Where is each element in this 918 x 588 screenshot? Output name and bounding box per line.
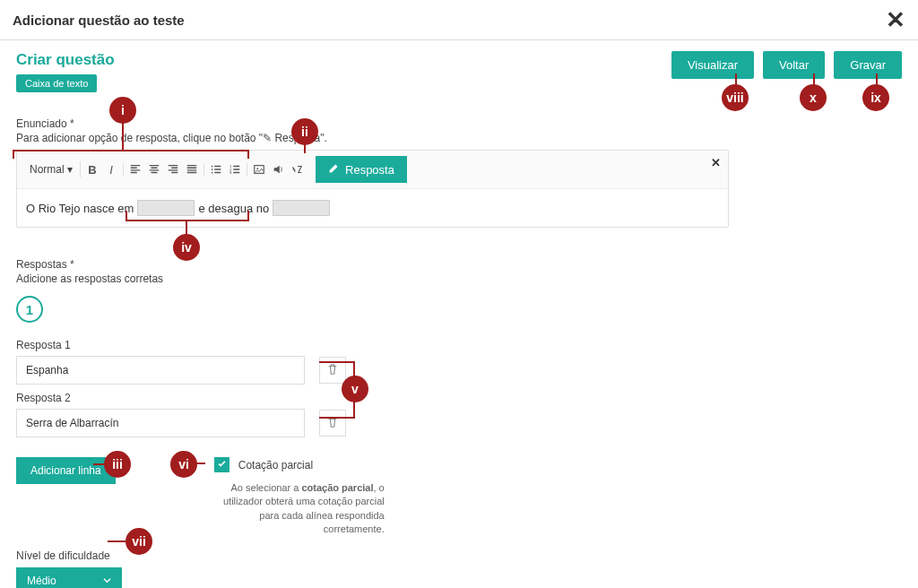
answers-label: Respostas *	[16, 258, 902, 271]
callout-ii: ii	[291, 118, 318, 145]
format-select[interactable]: Normal ▾	[28, 161, 74, 177]
italic-icon[interactable]: I	[105, 163, 117, 176]
partial-desc-bold: cotação parcial	[301, 482, 373, 493]
partial-desc: Ao selecionar a cotação parcial, o utili…	[214, 481, 385, 537]
partial-desc-pre: Ao selecionar a	[231, 482, 302, 493]
align-left-icon[interactable]	[129, 163, 142, 176]
bullet-list-icon[interactable]	[210, 163, 222, 176]
resposta-button-label: Resposta	[345, 163, 394, 177]
create-block: Criar questão Caixa de texto	[16, 51, 115, 92]
callout-x: x	[800, 84, 827, 111]
svg-point-2	[212, 172, 213, 174]
tb-format-group: Normal ▾	[22, 161, 81, 177]
align-justify-icon[interactable]	[186, 163, 198, 176]
math-icon[interactable]	[290, 163, 303, 176]
answer-number-badge: 1	[16, 296, 43, 323]
answer-1-row	[16, 356, 902, 385]
tb-list-group: 123	[204, 163, 247, 176]
question-type-pill: Caixa de texto	[16, 74, 97, 92]
chevron-down-icon	[103, 575, 111, 587]
answer-1-input[interactable]	[16, 356, 305, 385]
save-button[interactable]: Gravar	[834, 51, 902, 79]
callout-i-line	[13, 150, 249, 159]
answer-2-label: Resposta 2	[16, 392, 902, 404]
difficulty-value: Médio	[27, 575, 56, 587]
back-button[interactable]: Voltar	[763, 51, 825, 79]
svg-point-1	[212, 169, 213, 170]
rich-editor: Normal ▾ B I 123	[16, 150, 729, 228]
modal-content: Criar questão Caixa de texto Visualizar …	[0, 40, 918, 588]
align-right-icon[interactable]	[167, 163, 179, 176]
svg-text:3: 3	[230, 170, 232, 175]
add-row: Adicionar linha Cotação parcial Ao selec…	[16, 457, 902, 537]
ordered-list-icon[interactable]: 123	[229, 163, 241, 176]
callout-i: i	[109, 97, 136, 124]
callout-ix: ix	[862, 84, 889, 111]
callout-iv: iv	[173, 234, 200, 261]
tb-textstyle-group: B I	[81, 163, 124, 176]
editor-close-icon[interactable]: ✕	[711, 156, 721, 169]
modal: Adicionar questão ao teste ✕ Criar quest…	[0, 0, 918, 588]
difficulty-label: Nível de dificuldade	[16, 549, 902, 562]
partial-checkbox[interactable]	[214, 457, 230, 472]
edit-icon: ✎	[263, 132, 272, 144]
statement-label: Enunciado *	[16, 117, 902, 130]
callout-iii: iii	[104, 451, 131, 478]
difficulty-select[interactable]: Médio	[16, 567, 122, 588]
check-icon	[217, 458, 227, 471]
callout-vi-line	[196, 463, 205, 464]
partial-block: Cotação parcial Ao selecionar a cotação …	[214, 457, 385, 537]
modal-header: Adicionar questão ao teste ✕	[0, 0, 918, 40]
preview-button[interactable]: Visualizar	[671, 51, 754, 79]
bold-icon[interactable]: B	[86, 163, 99, 176]
answer-blank-2[interactable]	[273, 200, 330, 216]
svg-point-7	[256, 168, 258, 169]
svg-point-0	[212, 166, 213, 168]
callout-v: v	[342, 376, 368, 402]
statement-sublabel: Para adicionar opção de resposta, clique…	[16, 132, 902, 144]
statement-text-1: O Rio Tejo nasce em	[26, 202, 134, 215]
callout-vi: vi	[170, 451, 197, 478]
sublabel-part1: Para adicionar opção de resposta, clique…	[16, 132, 263, 144]
chevron-down-icon: ▾	[67, 163, 73, 176]
partial-label: Cotação parcial	[238, 459, 313, 471]
align-center-icon[interactable]	[148, 163, 160, 176]
modal-title: Adicionar questão ao teste	[13, 13, 185, 28]
callout-iv-line	[126, 211, 249, 221]
callout-viii: viii	[722, 84, 749, 111]
answers-sublabel: Adicione as respostas corretas	[16, 272, 902, 285]
callout-iv-stem	[186, 221, 187, 235]
add-line-button[interactable]: Adicionar linha	[16, 457, 116, 484]
tb-align-group	[124, 163, 204, 176]
editor-body[interactable]: O Rio Tejo nasce em e desagua no	[17, 189, 728, 227]
header-buttons: Visualizar Voltar Gravar	[671, 51, 902, 79]
callout-i-stem	[122, 123, 124, 150]
answer-2-input[interactable]	[16, 409, 305, 437]
callout-vii: vii	[126, 528, 152, 555]
edit-icon	[328, 162, 340, 177]
answer-1-label: Resposta 1	[16, 339, 902, 351]
partial-top: Cotação parcial	[214, 457, 385, 472]
tb-media-group	[247, 163, 308, 176]
resposta-button[interactable]: Resposta	[316, 156, 407, 183]
callout-vii-line	[108, 540, 126, 542]
audio-icon[interactable]	[272, 163, 284, 176]
close-icon[interactable]: ✕	[886, 8, 905, 31]
top-row: Criar questão Caixa de texto Visualizar …	[16, 51, 902, 92]
create-title: Criar questão	[16, 51, 115, 69]
image-icon[interactable]	[253, 163, 265, 176]
answer-2-row	[16, 409, 902, 437]
callout-ii-line	[304, 144, 306, 153]
format-select-label: Normal	[30, 163, 65, 176]
